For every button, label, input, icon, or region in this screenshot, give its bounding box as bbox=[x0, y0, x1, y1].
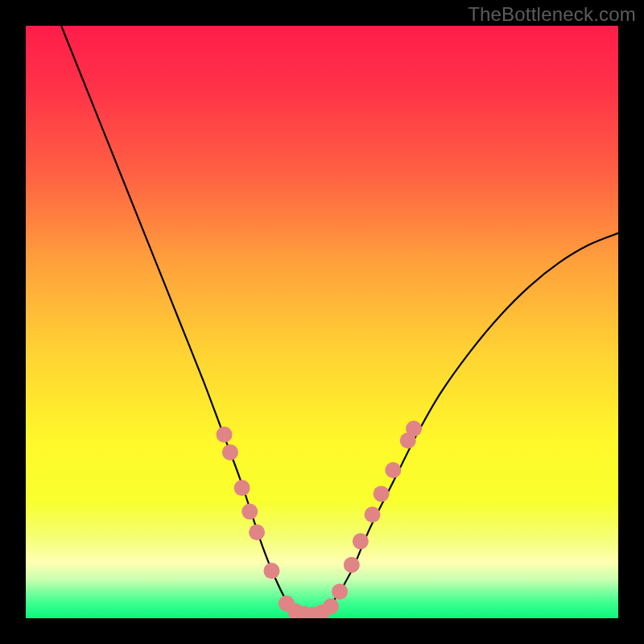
outer-frame: TheBottleneck.com bbox=[0, 0, 644, 644]
data-marker bbox=[365, 506, 381, 522]
data-marker bbox=[323, 598, 339, 614]
data-marker bbox=[222, 444, 238, 460]
data-marker bbox=[217, 427, 233, 443]
data-marker bbox=[406, 420, 422, 436]
data-marker bbox=[344, 557, 360, 573]
chart-svg bbox=[26, 26, 618, 618]
data-marker bbox=[332, 584, 348, 600]
data-marker bbox=[249, 524, 265, 540]
data-marker bbox=[385, 462, 401, 478]
data-markers bbox=[217, 420, 423, 618]
plot-area bbox=[26, 26, 618, 618]
data-marker bbox=[353, 533, 369, 549]
bottleneck-curve bbox=[61, 26, 618, 615]
data-marker bbox=[374, 485, 390, 502]
data-marker bbox=[234, 480, 250, 496]
data-marker bbox=[242, 504, 258, 520]
data-marker bbox=[263, 563, 279, 579]
watermark-text: TheBottleneck.com bbox=[468, 3, 636, 26]
